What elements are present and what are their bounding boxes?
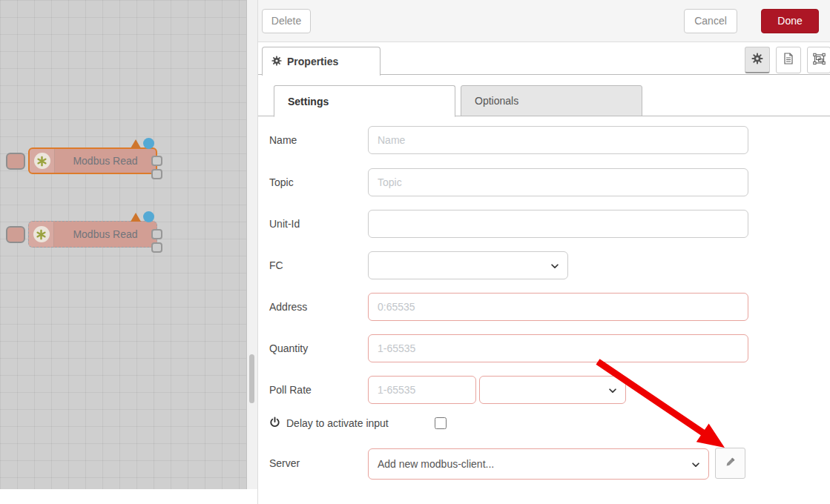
description-icon-button[interactable]: [776, 47, 801, 73]
cancel-button[interactable]: Cancel: [684, 9, 737, 33]
node-warning-icon: [131, 139, 141, 148]
appearance-icon-button[interactable]: [807, 47, 830, 73]
modbus-icon: [33, 226, 50, 242]
name-label: Name: [269, 134, 297, 146]
chevron-down-icon: [691, 460, 701, 472]
node-output-port-1[interactable]: [151, 156, 162, 166]
node-warning-icon: [131, 213, 141, 222]
edit-server-button[interactable]: [715, 448, 745, 479]
panel-scrollbar-thumb[interactable]: [249, 354, 254, 403]
delay-to-activate-label: Delay to activate input: [269, 417, 389, 430]
node-output-port-2[interactable]: [151, 242, 162, 253]
server-select-value: Add new modbus-client...: [378, 458, 494, 470]
node-label: Modbus Read: [54, 222, 157, 247]
chevron-down-icon: [550, 261, 560, 273]
node-icon-section: [30, 149, 55, 173]
node-label: Modbus Read: [55, 149, 156, 173]
flow-canvas[interactable]: Modbus Read Modbus Read: [0, 0, 247, 489]
unit-id-input[interactable]: [368, 210, 748, 238]
gear-icon: [751, 53, 763, 67]
node-input-port[interactable]: [6, 153, 25, 170]
gear-icon: [271, 56, 282, 68]
editor-tab-bar: Properties: [258, 42, 830, 75]
node-red-editor: Modbus Read Modbus Read Delete Cancel D: [0, 0, 830, 504]
node-output-port-1[interactable]: [151, 229, 162, 239]
poll-rate-input[interactable]: [368, 376, 476, 404]
fc-label: FC: [269, 259, 283, 271]
delay-checkbox[interactable]: [435, 417, 447, 429]
delete-button[interactable]: Delete: [262, 9, 311, 33]
fc-select[interactable]: [368, 251, 568, 279]
chevron-down-icon: [607, 385, 618, 398]
server-select[interactable]: Add new modbus-client...: [368, 448, 709, 480]
properties-icon-button[interactable]: [745, 47, 770, 73]
node-input-port[interactable]: [6, 226, 25, 243]
tab-optionals[interactable]: Optionals: [461, 85, 642, 116]
node-edit-panel: Delete Cancel Done: [257, 0, 830, 504]
server-label: Server: [269, 457, 300, 469]
power-icon: [269, 417, 280, 430]
panel-scrollbar-track[interactable]: [247, 0, 257, 489]
tab-settings[interactable]: Settings: [274, 85, 455, 117]
topic-input[interactable]: [368, 168, 748, 196]
node-changed-icon: [143, 211, 154, 222]
settings-tab-bar: Settings Optionals: [258, 85, 830, 116]
description-icon: [783, 53, 794, 67]
unit-id-label: Unit-Id: [269, 218, 300, 230]
modbus-read-node[interactable]: Modbus Read: [28, 221, 157, 248]
tab-properties-label: Properties: [287, 56, 338, 67]
modbus-read-node[interactable]: Modbus Read: [28, 147, 157, 174]
node-output-port-2[interactable]: [151, 169, 162, 179]
quantity-input[interactable]: [368, 334, 748, 362]
poll-rate-unit-select[interactable]: [479, 376, 626, 404]
address-label: Address: [269, 301, 307, 313]
edit-dialog-header: Delete Cancel Done: [258, 0, 830, 42]
done-button[interactable]: Done: [761, 9, 819, 33]
quantity-label: Quantity: [269, 342, 308, 354]
node-icon-section: [29, 222, 54, 247]
pencil-icon: [725, 456, 737, 471]
modbus-icon: [34, 153, 50, 169]
address-input[interactable]: [368, 293, 748, 321]
name-input[interactable]: [368, 126, 748, 154]
tab-properties[interactable]: Properties: [262, 47, 381, 76]
appearance-icon: [813, 53, 826, 68]
topic-label: Topic: [269, 176, 294, 188]
node-changed-icon: [143, 138, 154, 149]
delay-to-activate-text: Delay to activate input: [286, 417, 389, 429]
poll-rate-label: Poll Rate: [269, 384, 312, 396]
